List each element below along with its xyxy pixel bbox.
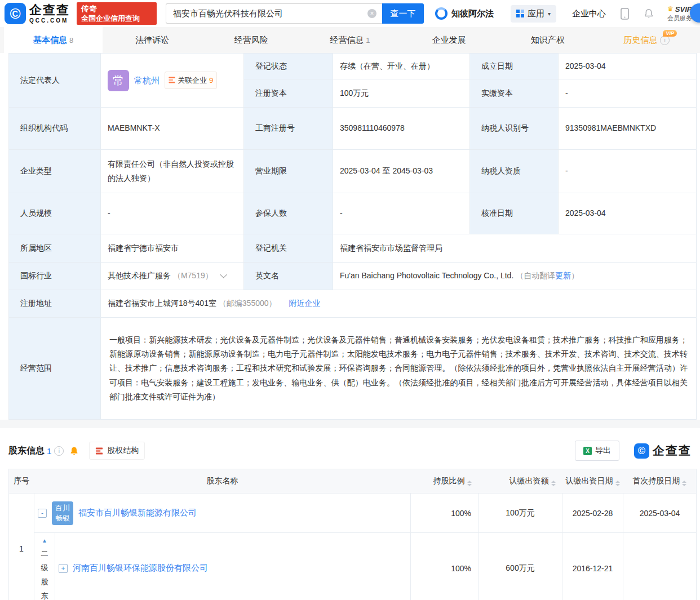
value-taxpayer-qualification: - <box>559 150 697 193</box>
tab-operation-risk[interactable]: 经营风险 <box>202 27 300 53</box>
shareholders-title: 股东信息 <box>8 445 45 457</box>
label-taxpayer-id: 纳税人识别号 <box>470 108 559 150</box>
logo-title: 企查查 <box>29 4 70 16</box>
label-approval-date: 核准日期 <box>470 193 559 234</box>
qcc-logo[interactable]: © 企查查 QCC.COM <box>5 3 70 24</box>
related-count: 9 <box>209 74 213 87</box>
shareholders-header: 股东信息 1 i 股权结构 X 导出 © 企查查 <box>0 428 700 469</box>
chevron-down-icon: ▾ <box>548 11 551 17</box>
info-icon[interactable]: i <box>660 35 670 45</box>
sort-icon[interactable] <box>467 481 472 486</box>
label-address: 注册地址 <box>9 290 101 318</box>
nearby-companies-link[interactable]: 附近企业 <box>289 299 320 308</box>
tab-legal-litigation[interactable]: 法律诉讼 <box>103 27 201 53</box>
zhibi-alpha-label: 知彼阿尔法 <box>451 8 494 19</box>
subscribe-date-value: 2025-02-28 <box>562 494 623 533</box>
logo-subtitle: QCC.COM <box>29 18 70 24</box>
col-ratio: 持股比例 <box>411 469 479 494</box>
label-insured-count: 参保人数 <box>244 193 333 234</box>
notification-bell-icon[interactable] <box>644 8 654 19</box>
sort-icon[interactable] <box>682 481 686 486</box>
tab-intellectual-property[interactable]: 知识产权 <box>498 27 597 53</box>
mobile-app-icon[interactable] <box>621 8 629 20</box>
search-input[interactable] <box>172 8 367 19</box>
amount-value: 100万元 <box>479 494 562 533</box>
value-company-type: 有限责任公司（非自然人投资或控股的法人独资） <box>101 150 244 193</box>
value-establish-date: 2025-03-04 <box>559 54 697 79</box>
collapse-triangle-icon[interactable]: ▲ <box>35 537 54 544</box>
related-companies-button[interactable]: 关联企业 9 <box>165 72 217 89</box>
tab-badge: 1 <box>366 36 370 45</box>
label-establish-date: 成立日期 <box>470 54 559 79</box>
subscribe-date-value: 2016-12-21 <box>562 533 623 600</box>
label-english-name: 英文名 <box>244 263 333 290</box>
shareholder-link[interactable]: 福安市百川畅银新能源有限公司 <box>78 508 197 518</box>
qcc-logo-icon: © <box>5 3 26 24</box>
apps-menu[interactable]: 应用 ▾ <box>511 5 556 23</box>
info-icon[interactable]: i <box>54 446 64 456</box>
expand-button[interactable]: + <box>59 564 68 573</box>
org-chart-icon <box>169 77 175 83</box>
value-reg-no: 350981110460978 <box>333 108 470 150</box>
col-index: 序号 <box>9 469 34 494</box>
shareholders-table: 序号 股东名称 持股比例 认缴出资额 认缴出资日期 首次持股日期 1 - 百川 … <box>8 469 697 600</box>
tab-history-info[interactable]: 历史信息 i VIP <box>597 27 696 53</box>
vip-badge: VIP <box>663 30 677 37</box>
enterprise-center-link[interactable]: 企业中心 <box>572 8 606 19</box>
shareholders-count: 1 <box>47 446 51 456</box>
value-org-code: MAEBMNKT-X <box>101 108 244 150</box>
level-label: 二级股东 <box>41 546 49 600</box>
legal-rep-link[interactable]: 常杭州 <box>134 73 160 88</box>
collapse-button[interactable]: - <box>38 509 47 518</box>
label-org-code: 组织机构代码 <box>9 108 101 150</box>
value-insured-count: - <box>333 193 470 234</box>
excel-icon: X <box>583 447 592 455</box>
shareholder-level-cell: ▲ 二级股东 <box>34 533 55 600</box>
clear-icon[interactable]: × <box>367 9 376 18</box>
svip-link[interactable]: ♛ SVIP 会员服务 <box>667 6 692 21</box>
sort-icon[interactable] <box>551 481 556 486</box>
basic-info-table: 法定代表人 常 常杭州 关联企业 9 登记状态 存续（在营、开业、在册） 成立日… <box>8 53 697 420</box>
equity-structure-icon <box>95 447 104 455</box>
export-button[interactable]: X 导出 <box>575 441 619 461</box>
label-reg-no: 工商注册号 <box>244 108 333 150</box>
sort-icon[interactable] <box>615 481 620 486</box>
equity-structure-button[interactable]: 股权结构 <box>89 442 145 460</box>
zhibi-alpha-link[interactable]: 知彼阿尔法 <box>435 7 494 20</box>
first-hold-date-value: 2025-03-04 <box>623 494 697 533</box>
value-address: 福建省福安市上城河18号401室 （邮编355000） 附近企业 <box>101 290 697 318</box>
chevron-down-icon[interactable] <box>220 271 227 278</box>
col-shareholder-name: 股东名称 <box>34 469 411 494</box>
label-reg-capital: 注册资本 <box>244 79 333 108</box>
promo-banner[interactable]: 传奇 全国企业信用查询 <box>77 2 157 25</box>
top-header: © 企查查 QCC.COM 传奇 全国企业信用查询 × 查一下 知彼阿尔法 应用… <box>0 0 700 27</box>
value-region: 福建省宁德市福安市 <box>101 234 244 263</box>
col-subscribe-date: 认缴出资日期 <box>562 469 623 494</box>
col-amount: 认缴出资额 <box>479 469 562 494</box>
table-row: ▲ 二级股东 + 河南百川畅银环保能源股份有限公司 100% 600万元 201… <box>9 533 697 600</box>
monitor-bell-icon[interactable] <box>69 446 79 456</box>
tab-operation-info[interactable]: 经营信息 1 <box>300 27 399 53</box>
search-button[interactable]: 查一下 <box>382 3 424 24</box>
label-paid-capital: 实缴资本 <box>470 79 559 108</box>
translate-update-link[interactable]: 更新 <box>555 271 571 280</box>
tab-enterprise-development[interactable]: 企业发展 <box>400 27 498 53</box>
shareholder-link[interactable]: 河南百川畅银环保能源股份有限公司 <box>73 563 208 574</box>
industry-code: （M7519） <box>173 271 213 280</box>
apps-label: 应用 <box>528 8 544 19</box>
tab-basic-info[interactable]: 基本信息 8 <box>4 27 103 53</box>
shareholder-name-cell: - 百川 畅银 福安市百川畅银新能源有限公司 <box>34 494 411 533</box>
tab-bar: 基本信息 8 法律诉讼 经营风险 经营信息 1 企业发展 知识产权 历史信息 i… <box>0 27 700 53</box>
zhibi-alpha-icon <box>435 7 448 20</box>
table-header-row: 序号 股东名称 持股比例 认缴出资额 认缴出资日期 首次持股日期 <box>9 469 697 494</box>
value-reg-status: 存续（在营、开业、在册） <box>333 54 470 79</box>
ratio-value: 100% <box>411 494 479 533</box>
svip-sublabel: 会员服务 <box>667 15 692 21</box>
label-region: 所属地区 <box>9 234 101 263</box>
value-approval-date: 2025-03-04 <box>559 193 697 234</box>
qcc-watermark: © 企查查 <box>634 443 692 459</box>
col-first-hold-date: 首次持股日期 <box>623 469 697 494</box>
amount-value: 600万元 <box>479 533 562 600</box>
qcc-watermark-icon: © <box>634 443 649 459</box>
crown-icon: ♛ <box>667 6 674 13</box>
